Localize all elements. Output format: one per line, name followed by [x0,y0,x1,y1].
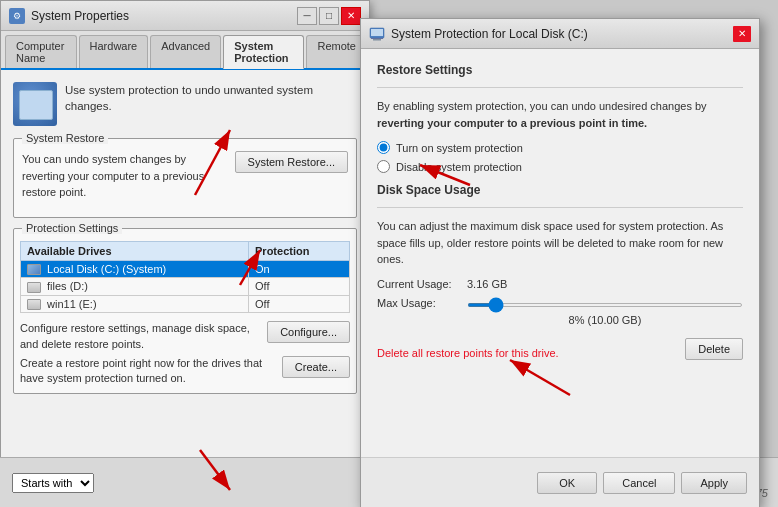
drive-name-e: win11 (E:) [21,295,249,313]
restore-settings-title: Restore Settings [377,63,743,77]
radio-group-restore: Turn on system protection Disable system… [377,141,743,173]
sp-footer: OK Cancel Apply [361,457,759,507]
option-disable[interactable]: Disable system protection [377,160,743,173]
drives-table: Available Drives Protection Local Disk (… [20,241,350,314]
svg-rect-2 [373,39,381,41]
col-drives: Available Drives [21,241,249,260]
create-button[interactable]: Create... [282,356,350,378]
window-title: System Properties [31,9,129,23]
sp-title-bar: System Protection for Local Disk (C:) ✕ [361,19,759,49]
sp-content: Restore Settings By enabling system prot… [361,49,759,457]
header-row: Use system protection to undo unwanted s… [13,82,357,126]
system-icon [13,82,57,126]
sp-title-icon [369,26,385,42]
title-bar: ⚙ System Properties ─ □ ✕ [1,1,369,31]
create-text: Create a restore point right now for the… [20,356,274,387]
drive-icon-e [27,299,41,310]
tabs-bar: Computer Name Hardware Advanced System P… [1,31,369,70]
svg-rect-3 [371,38,383,39]
drive-name-d: files (D:) [21,278,249,296]
max-usage-slider[interactable] [467,303,743,307]
max-usage-label: Max Usage: [377,297,467,309]
drive-icon-c [27,264,41,275]
close-button[interactable]: ✕ [341,7,361,25]
option-turn-on[interactable]: Turn on system protection [377,141,743,154]
minimize-button[interactable]: ─ [297,7,317,25]
system-restore-inner: You can undo system changes by reverting… [14,139,356,217]
protection-settings-label: Protection Settings [22,222,122,234]
disk-space-section: Disk Space Usage You can adjust the maxi… [377,183,743,360]
tab-hardware[interactable]: Hardware [79,35,149,68]
tab-system-protection[interactable]: System Protection [223,35,304,69]
header-text: Use system protection to undo unwanted s… [65,82,357,114]
table-row[interactable]: Local Disk (C:) (System) On [21,260,350,278]
system-restore-label: System Restore [22,132,108,144]
sp-apply-button[interactable]: Apply [681,472,747,494]
restore-settings-section: Restore Settings By enabling system prot… [377,63,743,173]
radio-disable[interactable] [377,160,390,173]
sp-cancel-button[interactable]: Cancel [603,472,675,494]
tab-advanced[interactable]: Advanced [150,35,221,68]
maximize-button[interactable]: □ [319,7,339,25]
tab-computer-name[interactable]: Computer Name [5,35,77,68]
drive-name-c: Local Disk (C:) (System) [21,260,249,278]
restore-desc: By enabling system protection, you can u… [377,98,743,131]
slider-wrapper [467,296,743,310]
sp-title-text: System Protection for Local Disk (C:) [391,27,588,41]
max-usage-row: Max Usage: [377,296,743,310]
tab-remote[interactable]: Remote [306,35,367,68]
protection-settings-group: Protection Settings Available Drives Pro… [13,228,357,394]
current-usage-row: Current Usage: 3.16 GB [377,278,743,290]
table-row[interactable]: win11 (E:) Off [21,295,350,313]
window-icon: ⚙ [9,8,25,24]
drive-icon-d [27,282,41,293]
starts-with-select[interactable]: Starts with [12,473,94,493]
svg-rect-1 [371,29,383,36]
drive-protection-d: Off [249,278,350,296]
protection-settings-inner: Available Drives Protection Local Disk (… [14,229,356,393]
system-properties-window: ⚙ System Properties ─ □ ✕ Computer Name … [0,0,370,507]
sp-ok-button[interactable]: OK [537,472,597,494]
system-restore-group: System Restore You can undo system chang… [13,138,357,218]
sp-dialog: System Protection for Local Disk (C:) ✕ … [360,18,760,507]
delete-button[interactable]: Delete [685,338,743,360]
table-row[interactable]: files (D:) Off [21,278,350,296]
current-usage-label: Current Usage: [377,278,467,290]
col-protection: Protection [249,241,350,260]
divider-2 [377,207,743,208]
divider-1 [377,87,743,88]
configure-text: Configure restore settings, manage disk … [20,321,259,352]
drive-protection-c: On [249,260,350,278]
sys-props-content: Use system protection to undo unwanted s… [1,70,369,416]
disk-space-title: Disk Space Usage [377,183,743,197]
system-restore-text: You can undo system changes by reverting… [22,151,227,201]
current-usage-value: 3.16 GB [467,278,507,290]
configure-button[interactable]: Configure... [267,321,350,343]
drive-protection-e: Off [249,295,350,313]
delete-restore-points-link[interactable]: Delete all restore points for this drive… [377,347,559,359]
radio-turn-on[interactable] [377,141,390,154]
sp-title-content: System Protection for Local Disk (C:) [369,26,588,42]
disk-desc: You can adjust the maximum disk space us… [377,218,743,268]
sp-close-button[interactable]: ✕ [733,26,751,42]
slider-value-label: 8% (10.00 GB) [467,314,743,326]
system-restore-button[interactable]: System Restore... [235,151,348,173]
window-controls: ─ □ ✕ [297,7,361,25]
window-title-area: ⚙ System Properties [9,8,129,24]
